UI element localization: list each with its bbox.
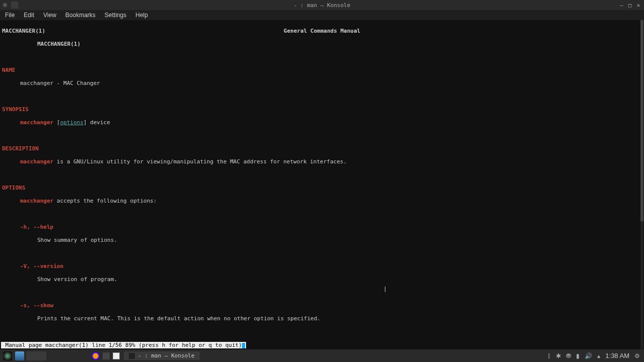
section-synopsis: SYNOPSIS [2, 106, 642, 113]
show-desktop-icon[interactable] [113, 352, 120, 359]
settings-icon[interactable]: ⚙ [634, 352, 640, 359]
cursor-icon [242, 343, 245, 348]
app-indicator-icon [3, 3, 7, 7]
taskbar-label: - : man — Konsole [138, 352, 195, 359]
opt-cmd: macchanger [20, 198, 53, 204]
desktop-panel: - : man — Konsole ᛒ ✱ ⛃ ▮ 🔊 ▴ 1:38 AM ⚙ [0, 349, 644, 362]
opt-help: -h, --help [2, 224, 642, 230]
bluetooth-icon[interactable]: ᛒ [547, 352, 551, 359]
minimize-button[interactable]: — [620, 2, 623, 9]
taskbar-item-konsole[interactable]: - : man — Konsole [124, 351, 200, 360]
desc-cmd: macchanger [20, 158, 53, 165]
menu-settings[interactable]: Settings [105, 12, 126, 19]
desc-text: is a GNU/Linux utility for viewing/manip… [53, 158, 347, 165]
network-icon[interactable]: ✱ [556, 352, 561, 359]
terminal-content[interactable]: MACCHANGER(1)General Commands Manual MAC… [0, 20, 644, 349]
file-manager-icon[interactable] [15, 351, 24, 360]
konsole-task-icon [129, 353, 135, 359]
opt-help-text: Show summary of options. [2, 237, 642, 243]
opt-show-text: Prints the current MAC. This is the defa… [2, 315, 642, 322]
close-button[interactable]: ✕ [636, 2, 640, 9]
synopsis-options: options [60, 119, 83, 126]
man-header-indent: MACCHANGER(1) [2, 41, 642, 47]
opt-version: -V, --version [2, 263, 642, 269]
window-titlebar[interactable]: - : man — Konsole — □ ✕ [0, 0, 644, 10]
volume-icon[interactable]: 🔊 [585, 352, 592, 359]
opt-show: -s, --show [2, 302, 642, 309]
section-options: OPTIONS [2, 185, 642, 191]
application-launcher-icon[interactable] [3, 351, 12, 360]
panel-launcher-placeholder[interactable] [26, 351, 46, 360]
man-header-left: MACCHANGER(1) [2, 28, 45, 34]
maximize-button[interactable]: □ [628, 2, 632, 9]
firefox-icon[interactable] [92, 352, 100, 360]
man-header-center: General Commands Manual [284, 28, 360, 34]
terminal-scrollbar[interactable] [640, 20, 643, 349]
menu-help[interactable]: Help [135, 12, 148, 19]
section-description: DESCRIPTION [2, 145, 642, 152]
menu-file[interactable]: File [5, 12, 15, 19]
menu-view[interactable]: View [43, 12, 56, 19]
opt-intro: accepts the following options: [53, 198, 156, 204]
clock[interactable]: 1:38 AM [605, 352, 629, 359]
text-cursor-icon [385, 287, 385, 292]
battery-icon[interactable]: ▮ [576, 352, 580, 359]
synopsis-cmd: macchanger [20, 119, 53, 126]
menu-bookmarks[interactable]: Bookmarks [65, 12, 96, 19]
scrollbar-thumb[interactable] [640, 20, 643, 221]
konsole-icon [11, 2, 18, 9]
disk-icon[interactable]: ⛃ [566, 352, 571, 359]
synopsis-device: device [87, 119, 110, 126]
tray-app-icon[interactable] [103, 352, 110, 359]
menu-edit[interactable]: Edit [24, 12, 34, 19]
window-title: - : man — Konsole [294, 2, 351, 9]
opt-version-text: Show version of program. [2, 276, 642, 283]
expand-tray-icon[interactable]: ▴ [597, 352, 600, 359]
name-text: macchanger - MAC Changer [2, 80, 642, 86]
section-name: NAME [2, 67, 642, 73]
menu-bar: File Edit View Bookmarks Settings Help [0, 10, 644, 20]
man-status-line: Manual page macchanger(1) line 1/56 89% … [1, 342, 246, 348]
